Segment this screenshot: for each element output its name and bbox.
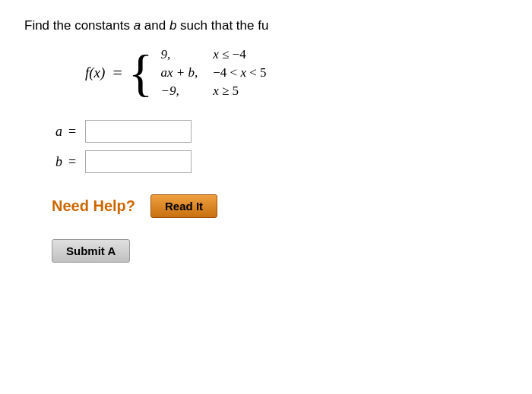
a-variable-label: a	[52, 124, 62, 140]
help-section: Need Help? Read It	[52, 194, 508, 218]
problem-statement: Find the constants a and b such that the…	[24, 18, 508, 33]
a-equals-label: =	[68, 124, 76, 140]
case-cond-2: −4 < x < 5	[213, 65, 266, 80]
brace-container: { 9, x ≤ −4 ax + b, −4 < x < 5 −9,	[128, 47, 267, 99]
case-cond-3: x ≥ 5	[213, 84, 266, 99]
equals-sign: =	[112, 63, 122, 83]
submit-row: Submit A	[52, 239, 508, 263]
left-brace-icon: {	[128, 47, 154, 99]
b-variable-label: b	[52, 154, 62, 170]
page-container: Find the constants a and b such that the…	[0, 0, 532, 281]
case-expr-1: 9,	[160, 47, 198, 62]
b-equals-label: =	[68, 154, 76, 170]
b-input-row: b =	[52, 150, 508, 173]
case-cond-1: x ≤ −4	[213, 47, 266, 62]
cases-table: 9, x ≤ −4 ax + b, −4 < x < 5 −9, x ≥ 5	[160, 47, 266, 99]
a-input-row: a =	[52, 120, 508, 143]
b-answer-input[interactable]	[85, 150, 192, 173]
math-display: f(x) = { 9, x ≤ −4 ax + b, −4 < x < 5	[85, 47, 508, 99]
submit-button[interactable]: Submit A	[52, 239, 130, 263]
f-of-x-label: f(x)	[85, 65, 105, 81]
a-answer-input[interactable]	[85, 120, 192, 143]
inputs-section: a = b =	[52, 120, 508, 173]
read-it-button[interactable]: Read It	[150, 194, 217, 218]
case-expr-3: −9,	[160, 84, 198, 99]
need-help-label: Need Help?	[52, 197, 135, 215]
case-expr-2: ax + b,	[160, 65, 198, 80]
